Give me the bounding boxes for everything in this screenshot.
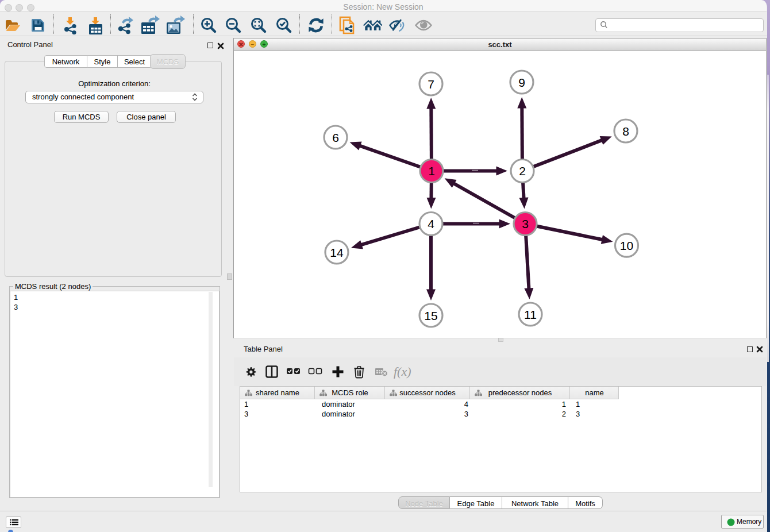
svg-text:4: 4 <box>428 217 434 230</box>
svg-text:7: 7 <box>428 78 434 91</box>
svg-text:10: 10 <box>620 239 633 252</box>
svg-text:14: 14 <box>330 246 344 259</box>
svg-text:11: 11 <box>524 308 537 321</box>
svg-text:6: 6 <box>332 131 339 144</box>
svg-text:3: 3 <box>522 217 529 230</box>
svg-text:2: 2 <box>519 164 526 178</box>
svg-text:1: 1 <box>428 164 435 178</box>
svg-text:15: 15 <box>424 309 437 322</box>
svg-text:9: 9 <box>518 76 525 89</box>
svg-text:8: 8 <box>622 125 629 138</box>
